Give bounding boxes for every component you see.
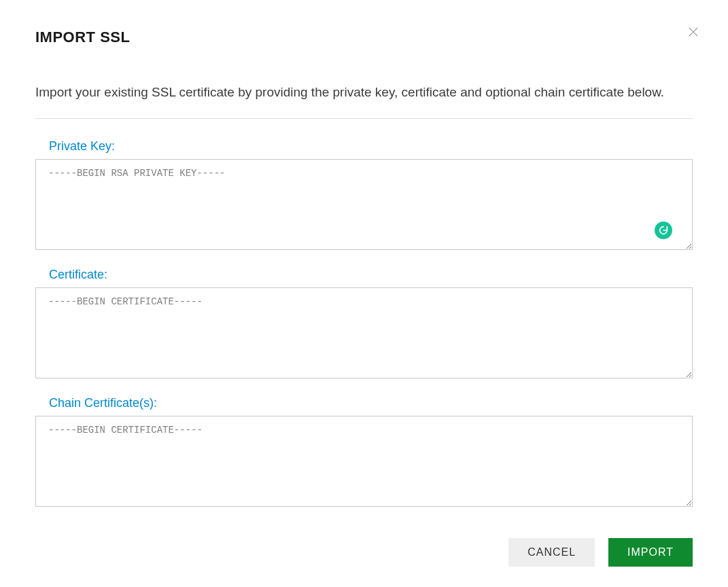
certificate-label: Certificate:: [49, 268, 693, 282]
certificate-textarea[interactable]: [35, 287, 693, 378]
dialog-description: Import your existing SSL certificate by …: [35, 82, 693, 103]
cancel-button[interactable]: CANCEL: [508, 538, 595, 567]
close-icon[interactable]: [687, 26, 699, 38]
divider: [35, 118, 693, 119]
private-key-label: Private Key:: [49, 139, 693, 154]
certificate-group: Certificate:: [35, 268, 693, 381]
dialog-title: IMPORT SSL: [35, 29, 693, 46]
chain-certificate-label: Chain Certificate(s):: [49, 396, 693, 410]
private-key-group: Private Key:: [35, 139, 693, 253]
chain-certificate-group: Chain Certificate(s):: [35, 396, 693, 510]
chain-certificate-textarea[interactable]: [35, 416, 693, 507]
button-row: CANCEL IMPORT: [35, 538, 693, 567]
private-key-textarea[interactable]: [35, 159, 693, 250]
import-button[interactable]: IMPORT: [608, 538, 693, 567]
